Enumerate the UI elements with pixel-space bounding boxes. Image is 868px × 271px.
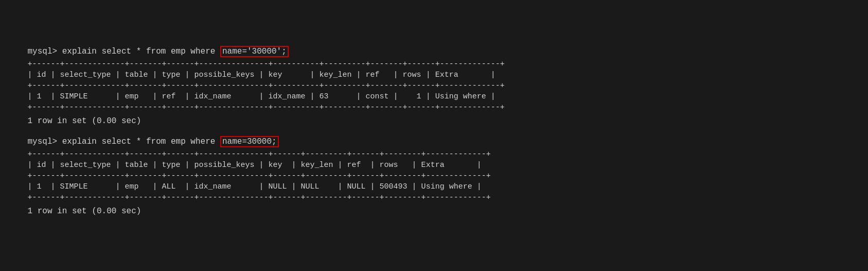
separator-2a: +------+-------------+-------+------+---… [28,149,841,160]
separator-1b: +------+-------------+-------+------+---… [28,80,841,91]
header-2: | id | select_type | table | type | poss… [28,160,841,171]
query-2-prompt: mysql> explain select * from emp where [28,137,220,146]
query-block-2: mysql> explain select * from emp where n… [28,136,841,217]
query-1-highlight: name='30000'; [220,46,289,57]
data-row-2: | 1 | SIMPLE | emp | ALL | idx_name | NU… [28,181,841,192]
separator-2c: +------+-------------+-------+------+---… [28,192,841,203]
query-1-prompt: mysql> explain select * from emp where [28,47,220,56]
header-1: | id | select_type | table | type | poss… [28,70,841,80]
separator-1a: +------+-------------+-------+------+---… [28,59,841,70]
separator-1c: +------+-------------+-------+------+---… [28,102,841,113]
query-1-line: mysql> explain select * from emp where n… [28,45,841,58]
query-2-highlight: name=30000; [220,136,279,147]
result-2: 1 row in set (0.00 sec) [28,205,841,217]
query-block-1: mysql> explain select * from emp where n… [28,45,841,127]
query-2-line: mysql> explain select * from emp where n… [28,136,841,148]
terminal-window: mysql> explain select * from emp where n… [12,35,856,236]
separator-2b: +------+-------------+-------+------+---… [28,171,841,181]
data-row-1: | 1 | SIMPLE | emp | ref | idx_name | id… [28,91,841,102]
result-1: 1 row in set (0.00 sec) [28,115,841,127]
